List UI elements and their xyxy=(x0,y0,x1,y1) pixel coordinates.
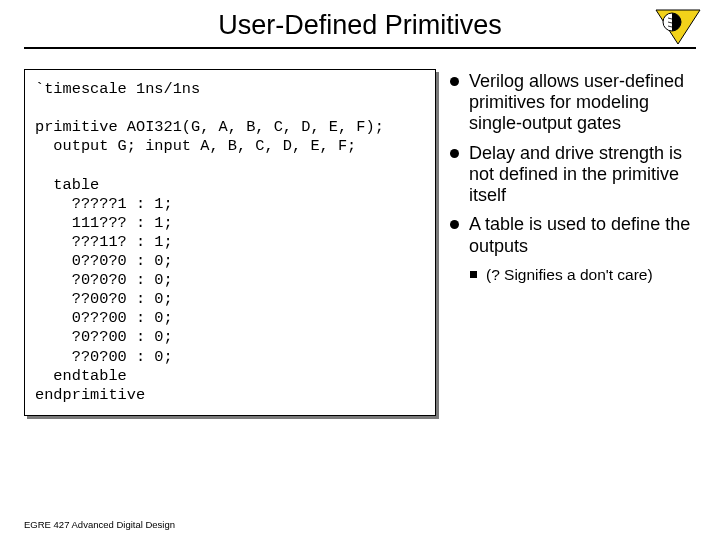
bullet-dot-icon xyxy=(450,220,459,229)
bullet-text: A table is used to define the outputs xyxy=(469,214,696,256)
bullet-square-icon xyxy=(470,271,477,278)
bullet-level1: A table is used to define the outputs xyxy=(450,214,696,256)
code-listing-box: `timescale 1ns/1ns primitive AOI321(G, A… xyxy=(24,69,436,416)
bullet-level1: Delay and drive strength is not defined … xyxy=(450,143,696,207)
bullet-text: Verilog allows user-defined primitives f… xyxy=(469,71,696,135)
bullet-dot-icon xyxy=(450,149,459,158)
header-divider xyxy=(24,47,696,49)
bullet-text: (? Signifies a don't care) xyxy=(486,265,696,284)
bullet-list: Verilog allows user-defined primitives f… xyxy=(450,69,696,416)
bullet-dot-icon xyxy=(450,77,459,86)
bullet-text: Delay and drive strength is not defined … xyxy=(469,143,696,207)
slide-footer: EGRE 427 Advanced Digital Design xyxy=(24,519,175,530)
code-listing: `timescale 1ns/1ns primitive AOI321(G, A… xyxy=(35,80,425,405)
vcu-logo-icon xyxy=(654,8,702,46)
bullet-level2: (? Signifies a don't care) xyxy=(470,265,696,284)
bullet-level1: Verilog allows user-defined primitives f… xyxy=(450,71,696,135)
page-title: User-Defined Primitives xyxy=(218,10,502,45)
